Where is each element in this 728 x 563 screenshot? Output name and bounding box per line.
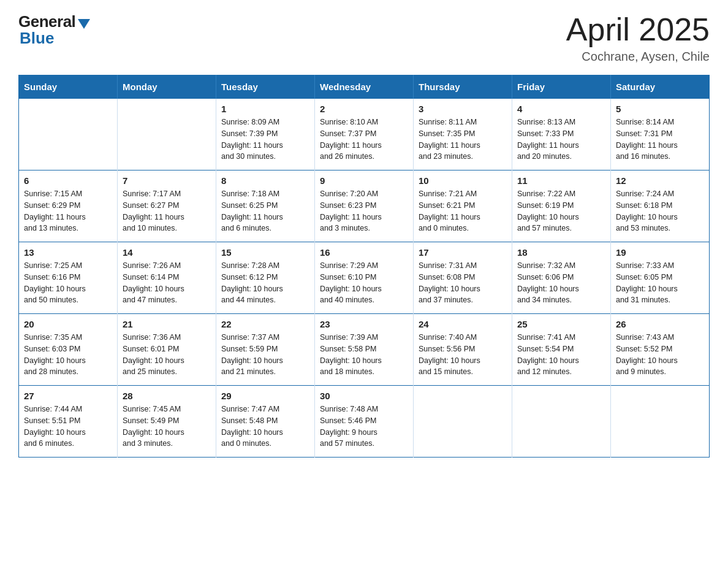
day-number: 3: [419, 104, 507, 114]
day-info: Sunrise: 8:11 AM Sunset: 7:35 PM Dayligh…: [419, 117, 507, 163]
day-info: Sunrise: 7:17 AM Sunset: 6:27 PM Dayligh…: [123, 188, 211, 234]
day-number: 17: [419, 247, 507, 258]
day-info: Sunrise: 7:33 AM Sunset: 6:05 PM Dayligh…: [616, 260, 704, 306]
weekday-header-monday: Monday: [118, 75, 216, 99]
day-info: Sunrise: 7:21 AM Sunset: 6:21 PM Dayligh…: [419, 188, 507, 234]
day-number: 21: [123, 319, 211, 329]
weekday-header-wednesday: Wednesday: [315, 75, 414, 99]
day-info: Sunrise: 7:18 AM Sunset: 6:25 PM Dayligh…: [221, 188, 309, 234]
calendar-table: SundayMondayTuesdayWednesdayThursdayFrid…: [18, 75, 710, 458]
weekday-header-thursday: Thursday: [414, 75, 512, 99]
day-info: Sunrise: 7:31 AM Sunset: 6:08 PM Dayligh…: [419, 260, 507, 306]
calendar-cell: 28Sunrise: 7:45 AM Sunset: 5:49 PM Dayli…: [118, 386, 216, 458]
calendar-cell: 2Sunrise: 8:10 AM Sunset: 7:37 PM Daylig…: [315, 99, 414, 170]
day-info: Sunrise: 7:47 AM Sunset: 5:48 PM Dayligh…: [221, 404, 309, 450]
day-number: 1: [221, 104, 309, 114]
calendar-cell: 22Sunrise: 7:37 AM Sunset: 5:59 PM Dayli…: [216, 314, 315, 386]
calendar-cell: [19, 99, 118, 170]
calendar-cell: [118, 99, 216, 170]
location-subtitle: Cochrane, Aysen, Chile: [566, 50, 710, 64]
calendar-week-row: 20Sunrise: 7:35 AM Sunset: 6:03 PM Dayli…: [19, 314, 710, 386]
day-number: 11: [517, 175, 605, 186]
day-number: 26: [616, 319, 704, 329]
calendar-cell: 21Sunrise: 7:36 AM Sunset: 6:01 PM Dayli…: [118, 314, 216, 386]
calendar-cell: 23Sunrise: 7:39 AM Sunset: 5:58 PM Dayli…: [315, 314, 414, 386]
day-number: 28: [123, 391, 211, 401]
day-info: Sunrise: 7:41 AM Sunset: 5:54 PM Dayligh…: [517, 332, 605, 378]
day-info: Sunrise: 7:37 AM Sunset: 5:59 PM Dayligh…: [221, 332, 309, 378]
day-info: Sunrise: 7:43 AM Sunset: 5:52 PM Dayligh…: [616, 332, 704, 378]
calendar-cell: 25Sunrise: 7:41 AM Sunset: 5:54 PM Dayli…: [512, 314, 611, 386]
calendar-cell: 8Sunrise: 7:18 AM Sunset: 6:25 PM Daylig…: [216, 170, 315, 242]
day-number: 12: [616, 175, 704, 186]
calendar-week-row: 27Sunrise: 7:44 AM Sunset: 5:51 PM Dayli…: [19, 386, 710, 458]
calendar-cell: 17Sunrise: 7:31 AM Sunset: 6:08 PM Dayli…: [414, 242, 512, 314]
day-info: Sunrise: 8:14 AM Sunset: 7:31 PM Dayligh…: [616, 117, 704, 163]
calendar-cell: 9Sunrise: 7:20 AM Sunset: 6:23 PM Daylig…: [315, 170, 414, 242]
calendar-cell: 13Sunrise: 7:25 AM Sunset: 6:16 PM Dayli…: [19, 242, 118, 314]
day-number: 29: [221, 391, 309, 401]
calendar-cell: 26Sunrise: 7:43 AM Sunset: 5:52 PM Dayli…: [611, 314, 710, 386]
calendar-cell: 4Sunrise: 8:13 AM Sunset: 7:33 PM Daylig…: [512, 99, 611, 170]
calendar-cell: 18Sunrise: 7:32 AM Sunset: 6:06 PM Dayli…: [512, 242, 611, 314]
day-number: 10: [419, 175, 507, 186]
day-number: 25: [517, 319, 605, 329]
day-number: 23: [320, 319, 408, 329]
weekday-header-tuesday: Tuesday: [216, 75, 315, 99]
calendar-cell: 10Sunrise: 7:21 AM Sunset: 6:21 PM Dayli…: [414, 170, 512, 242]
calendar-week-row: 1Sunrise: 8:09 AM Sunset: 7:39 PM Daylig…: [19, 99, 710, 170]
day-number: 8: [221, 175, 309, 186]
day-info: Sunrise: 7:32 AM Sunset: 6:06 PM Dayligh…: [517, 260, 605, 306]
calendar-cell: 19Sunrise: 7:33 AM Sunset: 6:05 PM Dayli…: [611, 242, 710, 314]
day-number: 4: [517, 104, 605, 114]
day-info: Sunrise: 8:10 AM Sunset: 7:37 PM Dayligh…: [320, 117, 408, 163]
logo-blue-text: Blue: [18, 29, 54, 48]
calendar-cell: 14Sunrise: 7:26 AM Sunset: 6:14 PM Dayli…: [118, 242, 216, 314]
calendar-cell: 16Sunrise: 7:29 AM Sunset: 6:10 PM Dayli…: [315, 242, 414, 314]
title-area: April 2025 Cochrane, Aysen, Chile: [566, 12, 710, 64]
day-number: 18: [517, 247, 605, 258]
calendar-cell: 3Sunrise: 8:11 AM Sunset: 7:35 PM Daylig…: [414, 99, 512, 170]
weekday-header-friday: Friday: [512, 75, 611, 99]
calendar-cell: 12Sunrise: 7:24 AM Sunset: 6:18 PM Dayli…: [611, 170, 710, 242]
calendar-cell: 27Sunrise: 7:44 AM Sunset: 5:51 PM Dayli…: [19, 386, 118, 458]
day-info: Sunrise: 7:48 AM Sunset: 5:46 PM Dayligh…: [320, 404, 408, 450]
day-info: Sunrise: 7:36 AM Sunset: 6:01 PM Dayligh…: [123, 332, 211, 378]
calendar-cell: [414, 386, 512, 458]
page-header: General Blue April 2025 Cochrane, Aysen,…: [18, 12, 710, 64]
calendar-cell: 30Sunrise: 7:48 AM Sunset: 5:46 PM Dayli…: [315, 386, 414, 458]
day-number: 15: [221, 247, 309, 258]
calendar-cell: [512, 386, 611, 458]
day-info: Sunrise: 7:45 AM Sunset: 5:49 PM Dayligh…: [123, 404, 211, 450]
day-number: 7: [123, 175, 211, 186]
day-number: 22: [221, 319, 309, 329]
day-number: 13: [24, 247, 112, 258]
day-number: 9: [320, 175, 408, 186]
day-info: Sunrise: 7:39 AM Sunset: 5:58 PM Dayligh…: [320, 332, 408, 378]
day-info: Sunrise: 7:24 AM Sunset: 6:18 PM Dayligh…: [616, 188, 704, 234]
day-number: 20: [24, 319, 112, 329]
day-info: Sunrise: 7:44 AM Sunset: 5:51 PM Dayligh…: [24, 404, 112, 450]
logo: General Blue: [18, 12, 90, 48]
month-title: April 2025: [566, 12, 710, 47]
day-info: Sunrise: 7:25 AM Sunset: 6:16 PM Dayligh…: [24, 260, 112, 306]
day-info: Sunrise: 8:09 AM Sunset: 7:39 PM Dayligh…: [221, 117, 309, 163]
calendar-cell: 1Sunrise: 8:09 AM Sunset: 7:39 PM Daylig…: [216, 99, 315, 170]
day-info: Sunrise: 7:29 AM Sunset: 6:10 PM Dayligh…: [320, 260, 408, 306]
day-number: 24: [419, 319, 507, 329]
day-number: 27: [24, 391, 112, 401]
calendar-week-row: 13Sunrise: 7:25 AM Sunset: 6:16 PM Dayli…: [19, 242, 710, 314]
day-info: Sunrise: 7:35 AM Sunset: 6:03 PM Dayligh…: [24, 332, 112, 378]
calendar-cell: 7Sunrise: 7:17 AM Sunset: 6:27 PM Daylig…: [118, 170, 216, 242]
calendar-cell: 6Sunrise: 7:15 AM Sunset: 6:29 PM Daylig…: [19, 170, 118, 242]
day-number: 14: [123, 247, 211, 258]
logo-arrow-icon: [78, 19, 90, 29]
day-info: Sunrise: 7:40 AM Sunset: 5:56 PM Dayligh…: [419, 332, 507, 378]
calendar-header-row: SundayMondayTuesdayWednesdayThursdayFrid…: [19, 75, 710, 99]
day-info: Sunrise: 7:20 AM Sunset: 6:23 PM Dayligh…: [320, 188, 408, 234]
day-number: 19: [616, 247, 704, 258]
calendar-cell: 15Sunrise: 7:28 AM Sunset: 6:12 PM Dayli…: [216, 242, 315, 314]
day-info: Sunrise: 8:13 AM Sunset: 7:33 PM Dayligh…: [517, 117, 605, 163]
day-number: 16: [320, 247, 408, 258]
calendar-week-row: 6Sunrise: 7:15 AM Sunset: 6:29 PM Daylig…: [19, 170, 710, 242]
